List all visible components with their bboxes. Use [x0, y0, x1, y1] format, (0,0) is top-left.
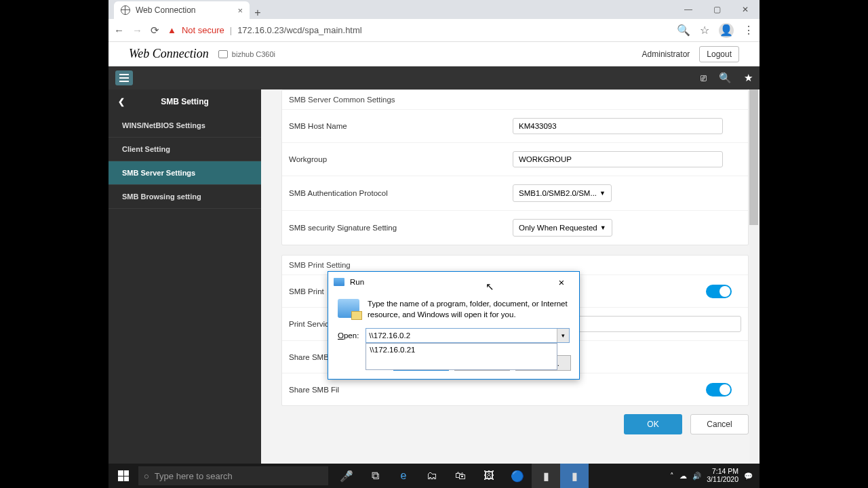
- sidebar: ❮ SMB Setting WINS/NetBIOS Settings Clie…: [108, 89, 261, 464]
- tray-clock[interactable]: 7:14 PM 3/11/2020: [707, 468, 738, 483]
- globe-icon: [121, 5, 130, 15]
- page-cancel-button[interactable]: Cancel: [690, 414, 749, 434]
- taskbar: ○ Type here to search 🎤 ⧉ e 🗂 🛍 🖼 🔵 ▮ ▮ …: [108, 464, 760, 488]
- forward-icon: →: [132, 24, 142, 36]
- new-tab-button[interactable]: +: [250, 7, 266, 19]
- run-program-icon: [338, 299, 359, 318]
- caret-icon: ▼: [600, 224, 606, 231]
- autocomplete-list: \\172.16.0.21: [366, 343, 557, 370]
- mic-icon[interactable]: 🎤: [332, 464, 361, 488]
- sig-dropdown[interactable]: Only When Requested ▼: [513, 219, 612, 237]
- run-message: Type the name of a program, folder, docu…: [368, 299, 570, 320]
- scrollbar[interactable]: [749, 89, 758, 464]
- tray-notifications-icon[interactable]: 💬: [744, 472, 753, 481]
- page-header: Web Connection bizhub C360i Administrato…: [108, 42, 760, 66]
- browser-tab[interactable]: Web Connection ×: [114, 1, 250, 19]
- sidebar-title: SMB Setting: [161, 97, 209, 106]
- taskview-icon[interactable]: ⧉: [361, 464, 389, 488]
- cortana-circle-icon: ○: [144, 471, 149, 481]
- host-label: SMB Host Name: [289, 122, 513, 130]
- window-minimize[interactable]: —: [674, 0, 703, 19]
- tray-volume-icon[interactable]: 🔊: [692, 472, 701, 481]
- app-icon[interactable]: ▮: [560, 464, 589, 488]
- section-common-title: SMB Server Common Settings: [282, 90, 748, 109]
- chrome-menu-icon[interactable]: ⋮: [743, 24, 754, 37]
- sidebar-header: ❮ SMB Setting: [108, 89, 261, 114]
- run-title: Run: [350, 278, 364, 286]
- zoom-icon[interactable]: 🔍: [677, 24, 690, 37]
- run-close-icon[interactable]: ×: [549, 277, 574, 288]
- store-icon[interactable]: 🛍: [446, 464, 475, 488]
- address-bar: ← → ⟳ ▲ Not secure | 172.16.0.23/wcd/spa…: [108, 19, 760, 42]
- open-label: Open:: [338, 331, 359, 340]
- caret-icon: ▼: [599, 190, 606, 197]
- mouse-cursor: ↖: [486, 281, 494, 293]
- reload-icon[interactable]: ⟳: [151, 24, 159, 37]
- tray-onedrive-icon[interactable]: ☁: [679, 472, 687, 480]
- run-icon: [334, 278, 344, 286]
- back-icon[interactable]: ←: [114, 24, 124, 36]
- close-tab-icon[interactable]: ×: [237, 5, 243, 16]
- app-logo: Web Connection: [129, 47, 209, 61]
- sidebar-item-browsing[interactable]: SMB Browsing setting: [108, 185, 261, 209]
- run-dropdown-caret[interactable]: ▾: [557, 329, 569, 342]
- sidebar-item-client[interactable]: Client Setting: [108, 138, 261, 161]
- window-close[interactable]: ✕: [731, 0, 760, 19]
- sidebar-item-server[interactable]: SMB Server Settings: [108, 161, 261, 185]
- autocomplete-item[interactable]: \\172.16.0.21: [366, 344, 557, 356]
- run-dialog: Run × Type the name of a program, folder…: [328, 271, 580, 380]
- auth-label: SMB Authentication Protocol: [289, 189, 513, 197]
- chrome-icon[interactable]: 🔵: [503, 464, 532, 488]
- menu-button[interactable]: [115, 70, 133, 85]
- workgroup-label: Workgroup: [289, 155, 513, 163]
- share2-label: Share SMB Fil: [289, 386, 513, 394]
- url-text: 172.16.0.23/wcd/spa_main.html: [237, 25, 362, 35]
- cmd-icon[interactable]: ▮: [532, 464, 560, 488]
- scroll-thumb[interactable]: [749, 89, 758, 225]
- windows-icon: [118, 470, 129, 481]
- user-label: Administrator: [642, 49, 690, 59]
- tab-title: Web Connection: [136, 5, 196, 15]
- edge-icon[interactable]: e: [389, 464, 418, 488]
- auth-dropdown[interactable]: SMB1.0/SMB2.0/SM... ▼: [513, 184, 612, 202]
- display-icon[interactable]: ⎚: [701, 72, 707, 84]
- start-button[interactable]: [108, 464, 138, 488]
- explorer-icon[interactable]: 🗂: [418, 464, 446, 488]
- search-placeholder: Type here to search: [155, 471, 233, 481]
- share-toggle[interactable]: [706, 383, 732, 396]
- logout-button[interactable]: Logout: [699, 46, 739, 62]
- bookmark-star-icon[interactable]: ☆: [700, 24, 709, 37]
- workgroup-input[interactable]: [513, 151, 723, 167]
- host-input[interactable]: [513, 118, 723, 134]
- printer-model: bizhub C360i: [218, 50, 275, 58]
- printer-icon: [218, 50, 228, 58]
- page-ok-button[interactable]: OK: [624, 414, 682, 434]
- taskbar-search[interactable]: ○ Type here to search: [138, 466, 328, 485]
- profile-avatar[interactable]: 👤: [719, 23, 734, 38]
- sidebar-back-icon[interactable]: ❮: [118, 97, 125, 106]
- url-field[interactable]: ▲ Not secure | 172.16.0.23/wcd/spa_main.…: [167, 25, 669, 35]
- sig-label: SMB security Signature Setting: [289, 224, 513, 232]
- photos-icon[interactable]: 🖼: [475, 464, 503, 488]
- print-toggle[interactable]: [706, 285, 732, 298]
- toolbar: ⎚ 🔍 ★: [108, 66, 760, 89]
- tab-strip: Web Connection × + — ▢ ✕: [108, 0, 760, 19]
- favorite-icon[interactable]: ★: [744, 72, 753, 84]
- warning-icon: ▲: [167, 25, 176, 35]
- not-secure-label: Not secure: [182, 25, 224, 35]
- search-icon[interactable]: 🔍: [719, 72, 732, 84]
- sidebar-item-wins[interactable]: WINS/NetBIOS Settings: [108, 114, 261, 138]
- run-titlebar[interactable]: Run ×: [328, 272, 579, 292]
- tray-chevron-icon[interactable]: ˄: [670, 472, 674, 480]
- run-input[interactable]: [366, 328, 570, 343]
- window-maximize[interactable]: ▢: [703, 0, 731, 19]
